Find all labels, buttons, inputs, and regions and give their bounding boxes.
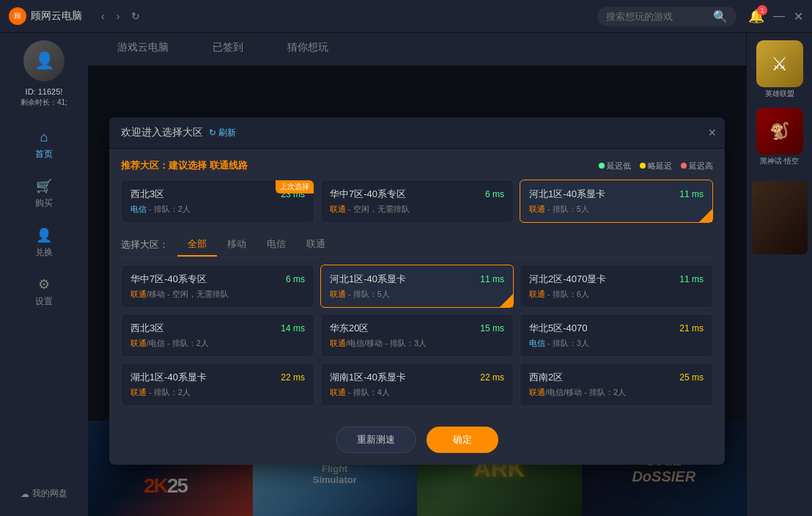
zone-tab-mobile[interactable]: 移动	[217, 233, 256, 257]
sidebar-item-home-label: 首页	[35, 148, 53, 161]
wukong-icon: 🐒	[756, 108, 803, 155]
right-card-1[interactable]	[752, 181, 808, 254]
app-name: 顾网云电脑	[31, 10, 82, 23]
app-logo: 顾 顾网云电脑	[9, 7, 82, 25]
list-card-7[interactable]: 湖北1区-40系显卡 22 ms 联通 - 排队：2人	[121, 363, 314, 406]
legend-low: 延迟低	[599, 161, 631, 172]
corner-mark	[699, 209, 712, 222]
close-button[interactable]: ✕	[794, 10, 803, 23]
lol-label: 英雄联盟	[765, 89, 794, 99]
isp-label: 电信	[130, 204, 147, 213]
bg-area: NBA2K25 MicrosoftFlightSimulator ARK Sou…	[88, 66, 746, 516]
notification-button[interactable]: 🔔 1	[748, 8, 764, 24]
redeem-icon: 👤	[36, 227, 52, 243]
region-card-top-2: 华中7区-40系专区 6 ms	[330, 188, 504, 201]
dialog-close-button[interactable]: ×	[708, 125, 716, 141]
sidebar-item-buy[interactable]: 🛒 购买	[0, 169, 88, 218]
minimize-button[interactable]: —	[773, 10, 785, 23]
zone-tab-unicom[interactable]: 联通	[296, 233, 336, 257]
buy-icon: 🛒	[36, 178, 52, 194]
prev-tag: 上次选择	[276, 180, 314, 194]
notification-badge: 1	[757, 5, 767, 15]
user-id: ID: 11625!	[21, 87, 67, 96]
dialog-header: 欢迎进入选择大区 ↻ 刷新 ×	[109, 117, 725, 149]
list-card-8[interactable]: 湖南1区-40系显卡 22 ms 联通 - 排队：4人	[320, 363, 514, 406]
dialog-overlay: 欢迎进入选择大区 ↻ 刷新 × 推荐大区：建议选择 联通线路	[88, 66, 746, 516]
back-button[interactable]: ‹	[97, 7, 109, 25]
region-info-2: 联通 - 空闲，无需排队	[330, 204, 504, 215]
refresh-button[interactable]: ↻	[127, 7, 144, 25]
dialog-body: 推荐大区：建议选择 联通线路 延迟低 略延迟 延迟高	[109, 149, 725, 416]
user-info: ID: 11625! 剩余时长：41;	[21, 87, 67, 108]
title-bar: 顾 顾网云电脑 ‹ › ↻ 🔍 🔔 1 — ✕	[0, 0, 812, 33]
forward-button[interactable]: ›	[112, 7, 125, 25]
sidebar-item-buy-label: 购买	[35, 197, 53, 210]
list-card-6[interactable]: 华北5区-4070 21 ms 电信 - 排队：3人	[520, 314, 713, 357]
logo-icon: 顾	[9, 7, 26, 25]
list-card-1[interactable]: 华中7区-40系专区 6 ms 联通/移动 - 空闲，无需排队	[121, 265, 314, 308]
retest-button[interactable]: 重新测速	[336, 427, 416, 453]
main-content: 游戏云电脑 已签到 猜你想玩 NBA2K25 MicrosoftFlightSi…	[88, 33, 746, 516]
list-card-3[interactable]: 河北2区-4070显卡 11 ms 联通 - 排队：6人	[520, 265, 713, 308]
window-controls: 🔔 1 — ✕	[748, 8, 803, 24]
refresh-button-dialog[interactable]: ↻ 刷新	[209, 127, 236, 139]
legend-high: 延迟高	[681, 161, 713, 172]
lol-icon: ⚔	[756, 40, 803, 87]
zone-tab-telecom[interactable]: 电信	[256, 233, 296, 257]
sidebar-nav: ⌂ 首页 🛒 购买 👤 兑换 ⚙ 设置	[0, 121, 88, 317]
refresh-label: 刷新	[218, 127, 236, 139]
dialog-footer: 重新测速 确定	[109, 416, 725, 465]
game-item-wukong[interactable]: 🐒 黑神话·悟空	[756, 108, 803, 166]
list-card-4[interactable]: 西北3区 14 ms 联通/电信 - 排队：2人	[121, 314, 314, 357]
dialog: 欢迎进入选择大区 ↻ 刷新 × 推荐大区：建议选择 联通线路	[109, 117, 725, 465]
rec-header: 推荐大区：建议选择 联通线路 延迟低 略延迟 延迟高	[121, 159, 713, 172]
list-card-2[interactable]: 河北1区-40系显卡 11 ms 联通 - 排队：5人	[320, 265, 514, 308]
game-item-lol[interactable]: ⚔ 英雄联盟	[756, 40, 803, 99]
sidebar-item-redeem-label: 兑换	[35, 246, 53, 259]
tab-recommend[interactable]: 猜你想玩	[287, 41, 328, 57]
rec-card-1[interactable]: 上次选择 西北3区 23 ms 电信 - 排队：2人	[121, 180, 314, 223]
region-info: 电信 - 排队：2人	[130, 204, 305, 215]
my-disk[interactable]: ☁ 我的网盘	[0, 487, 88, 500]
cloud-icon: ☁	[21, 489, 29, 499]
region-ms-3: 11 ms	[679, 189, 704, 199]
my-disk-label: 我的网盘	[32, 487, 67, 500]
list-cards: 华中7区-40系专区 6 ms 联通/移动 - 空闲，无需排队 河北1区-40系…	[121, 265, 713, 406]
sidebar-item-redeem[interactable]: 👤 兑换	[0, 218, 88, 268]
isp-label-3: 联通	[529, 204, 545, 213]
home-icon: ⌂	[40, 130, 48, 145]
right-sidebar: ⚔ 英雄联盟 🐒 黑神话·悟空	[746, 33, 812, 516]
rec-highlighted: 联通线路	[210, 160, 248, 171]
dialog-title: 欢迎进入选择大区	[121, 126, 203, 139]
sidebar: 👤 ID: 11625! 剩余时长：41; ⌂ 首页 🛒 购买 👤 兑换 ⚙ 设…	[0, 33, 88, 516]
rec-card-3[interactable]: 河北1区-40系显卡 11 ms 联通 - 排队：5人	[520, 180, 713, 223]
list-card-9[interactable]: 西南2区 25 ms 联通/电信/移动 - 排队：2人	[520, 363, 713, 406]
rec-card-2[interactable]: 华中7区-40系专区 6 ms 联通 - 空闲，无需排队	[320, 180, 514, 223]
refresh-icon: ↻	[209, 128, 216, 138]
legend-med: 略延迟	[640, 161, 672, 172]
top-bar: 游戏云电脑 已签到 猜你想玩	[88, 33, 746, 66]
legend: 延迟低 略延迟 延迟高	[599, 161, 713, 172]
corner-mark-2	[500, 294, 513, 307]
zone-tabs: 选择大区： 全部 移动 电信 联通	[121, 233, 713, 257]
rec-title: 推荐大区：建议选择 联通线路	[121, 159, 248, 172]
tab-game-cloud[interactable]: 游戏云电脑	[117, 41, 169, 57]
remain-time: 剩余时长：41;	[21, 97, 67, 108]
region-ms-2: 6 ms	[485, 189, 504, 199]
region-card-top-3: 河北1区-40系显卡 11 ms	[529, 188, 704, 201]
rec-cards: 上次选择 西北3区 23 ms 电信 - 排队：2人	[121, 180, 713, 223]
region-info-3: 联通 - 排队：5人	[529, 204, 704, 215]
sidebar-item-home[interactable]: ⌂ 首页	[0, 121, 88, 169]
region-name: 西北3区	[130, 188, 164, 201]
wukong-label: 黑神话·悟空	[760, 156, 799, 166]
search-bar[interactable]: 🔍	[597, 7, 737, 26]
confirm-button[interactable]: 确定	[427, 427, 498, 453]
sidebar-item-settings-label: 设置	[35, 295, 53, 308]
search-input[interactable]	[606, 11, 709, 22]
list-card-5[interactable]: 华东20区 15 ms 联通/电信/移动 - 排队：3人	[320, 314, 514, 357]
zone-tab-all[interactable]: 全部	[177, 233, 217, 257]
tab-signed[interactable]: 已签到	[213, 41, 243, 57]
region-name-3: 河北1区-40系显卡	[529, 188, 605, 201]
settings-icon: ⚙	[38, 276, 50, 292]
sidebar-item-settings[interactable]: ⚙ 设置	[0, 268, 88, 317]
